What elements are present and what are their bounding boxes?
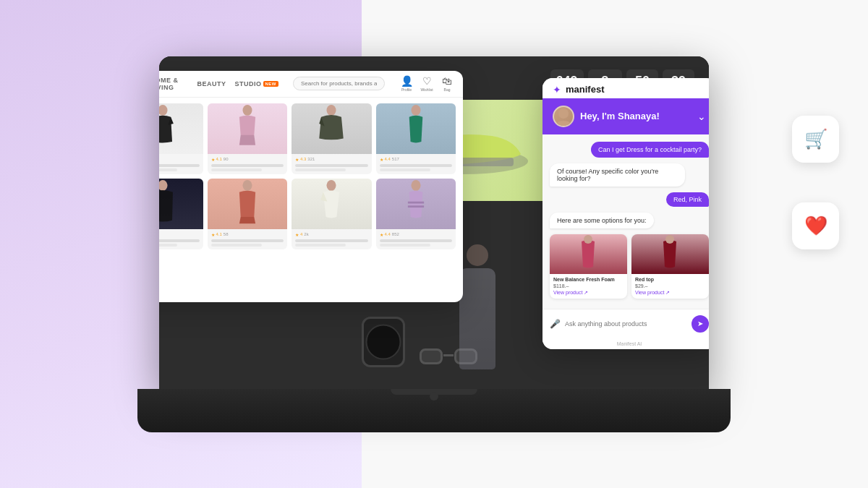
product-price-bar-3 xyxy=(295,164,368,167)
svg-point-9 xyxy=(411,180,420,191)
product-image-4 xyxy=(376,103,456,154)
svg-point-12 xyxy=(558,108,569,119)
suggestion-card-1[interactable]: New Balance Fresh Foam $118.– View produ… xyxy=(550,234,627,299)
product-name-bar-7 xyxy=(295,244,346,247)
profile-icon-btn[interactable]: 👤 Profile xyxy=(399,77,414,91)
product-info-2: ★ 4.1 90 xyxy=(208,154,288,174)
chatbot-logo-area: ✦ manifest xyxy=(542,78,709,98)
svg-point-13 xyxy=(584,235,592,244)
product-info-4: ★ 4.4 517 xyxy=(376,154,456,174)
nav-home-living[interactable]: HOME & LIVING xyxy=(159,77,188,91)
product-name-bar-5 xyxy=(159,244,177,247)
user-message-2: Red, Pink xyxy=(666,192,709,207)
product-card-6[interactable]: ★ 4.1 58 xyxy=(208,179,288,249)
watch-display: ⌚ xyxy=(362,317,405,367)
product-card-7[interactable]: ★ 4 2k xyxy=(292,179,372,249)
product-rating-4: ★ 4.4 517 xyxy=(380,157,453,162)
suggestion-image-2 xyxy=(631,234,709,274)
bag-icon-btn[interactable]: 🛍 Bag xyxy=(440,77,454,91)
input-mic-icon: 🎤 xyxy=(550,319,561,329)
product-info-6: ★ 4.1 58 xyxy=(208,229,288,249)
product-card-8[interactable]: ★ 4.4 852 xyxy=(376,179,456,249)
laptop-frame: Flash Sale 649 DAYS 8 HOURS 50 MINS 39 xyxy=(137,56,731,432)
bot-message-1: Of course! Any specific color you're loo… xyxy=(550,163,685,187)
product-rating-6: ★ 4.1 58 xyxy=(211,232,284,237)
chatbot-footer: Manifest AI xyxy=(542,338,709,349)
product-rating-5: ★ 4.1 1.3k xyxy=(159,232,200,237)
product-info-3: ★ 4.3 321 xyxy=(292,154,372,174)
suggestion-image-1 xyxy=(550,234,627,274)
product-rating-1: ★ 4.5 646 xyxy=(159,157,200,162)
product-price-bar-1 xyxy=(159,164,200,167)
product-price-bar-8 xyxy=(380,239,453,242)
product-image-6 xyxy=(208,179,288,229)
product-card-3[interactable]: ★ 4.3 321 xyxy=(292,103,372,174)
product-image-8 xyxy=(376,179,456,229)
send-icon: ➤ xyxy=(697,320,703,328)
bot-message-2: Here are some options for you: xyxy=(550,213,654,228)
svg-point-2 xyxy=(159,105,168,116)
suggestion-name-2: Red top xyxy=(635,277,705,283)
svg-point-3 xyxy=(242,105,252,116)
suggestion-link-1[interactable]: View product ↗ xyxy=(553,290,624,296)
search-input[interactable] xyxy=(293,77,385,90)
product-image-5 xyxy=(159,179,203,229)
product-card-5[interactable]: ★ 4.1 1.3k xyxy=(159,179,203,249)
floating-cart-button[interactable]: 🛒 xyxy=(792,116,839,163)
cart-icon: 🛒 xyxy=(804,128,827,150)
suggestion-price-1: $118.– xyxy=(553,283,624,288)
floating-wishlist-button[interactable]: ❤️ xyxy=(792,202,839,249)
product-card-2[interactable]: ★ 4.1 90 xyxy=(208,103,288,174)
nav-icons-group: 👤 Profile ♡ Wishlist 🛍 Bag xyxy=(399,77,454,91)
product-info-5: ★ 4.1 1.3k xyxy=(159,229,203,249)
suggestion-price-2: $29.– xyxy=(635,283,705,288)
product-price-bar-5 xyxy=(159,239,200,242)
product-card-1[interactable]: ★ 4.5 646 xyxy=(159,103,203,174)
suggestion-info-2: Red top $29.– View product ↗ xyxy=(631,274,709,299)
product-suggestions-area: New Balance Fresh Foam $118.– View produ… xyxy=(550,233,709,304)
product-name-bar-6 xyxy=(211,244,262,247)
svg-point-8 xyxy=(327,180,336,191)
product-price-bar-2 xyxy=(211,164,284,167)
product-image-2 xyxy=(208,103,288,154)
popup-navbar: KIDS HOME & LIVING BEAUTY STUDIO NEW 👤 P… xyxy=(159,71,463,98)
product-image-3 xyxy=(292,103,372,154)
svg-point-5 xyxy=(411,105,420,116)
chatbot-collapse-button[interactable]: ⌄ xyxy=(697,111,706,122)
svg-point-14 xyxy=(665,235,674,244)
heart-icon: ❤️ xyxy=(804,215,827,237)
product-rating-8: ★ 4.4 852 xyxy=(380,232,453,237)
screen-content: Flash Sale 649 DAYS 8 HOURS 50 MINS 39 xyxy=(159,56,709,389)
laptop-camera xyxy=(430,392,438,401)
nav-studio[interactable]: STUDIO NEW xyxy=(234,80,278,87)
manifest-brand-name: manifest xyxy=(566,84,604,95)
svg-point-4 xyxy=(327,105,336,116)
suggestion-info-1: New Balance Fresh Foam $118.– View produ… xyxy=(550,274,627,299)
product-image-7 xyxy=(292,179,372,229)
product-name-bar-4 xyxy=(380,168,430,171)
agent-greeting: Hey, I'm Shanaya! xyxy=(580,111,660,121)
chatbot-text-input[interactable] xyxy=(565,320,687,328)
product-name-bar-3 xyxy=(295,168,346,171)
laptop-screen: Flash Sale 649 DAYS 8 HOURS 50 MINS 39 xyxy=(159,56,709,389)
product-price-bar-4 xyxy=(380,164,453,167)
chatbot-header: Hey, I'm Shanaya! ⌄ xyxy=(542,98,709,134)
chatbot-send-button[interactable]: ➤ xyxy=(692,315,709,333)
ecommerce-popup: KIDS HOME & LIVING BEAUTY STUDIO NEW 👤 P… xyxy=(159,71,463,302)
chatbot-widget: ✦ manifest Hey, I'm Shanaya! xyxy=(542,78,709,349)
product-info-7: ★ 4 2k xyxy=(292,229,372,249)
svg-rect-10 xyxy=(408,202,424,204)
product-image-1 xyxy=(159,103,203,154)
product-name-bar-8 xyxy=(380,244,430,247)
suggestion-card-2[interactable]: Red top $29.– View product ↗ xyxy=(631,234,709,299)
chatbot-input-area: 🎤 ➤ xyxy=(542,309,709,338)
suggestion-link-2[interactable]: View product ↗ xyxy=(635,290,705,296)
product-card-4[interactable]: ★ 4.4 517 xyxy=(376,103,456,174)
product-info-8: ★ 4.4 852 xyxy=(376,229,456,249)
product-name-bar-2 xyxy=(211,168,262,171)
wishlist-icon-btn[interactable]: ♡ Wishlist xyxy=(420,77,434,91)
studio-new-badge: NEW xyxy=(263,81,279,87)
nav-beauty[interactable]: BEAUTY xyxy=(197,80,226,87)
product-rating-7: ★ 4 2k xyxy=(295,232,368,237)
product-price-bar-7 xyxy=(295,239,368,242)
